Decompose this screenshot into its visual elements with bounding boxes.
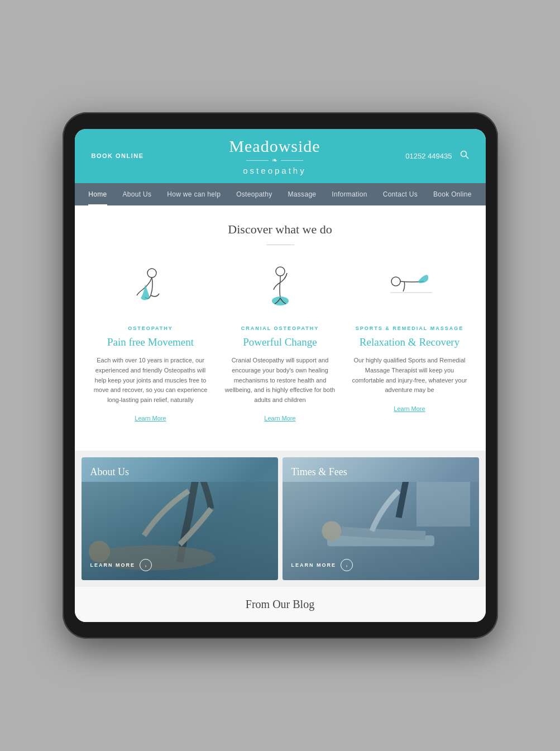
service-card-osteopathy: OSTEOPATHY Pain free Movement Each with … <box>92 262 210 423</box>
cranial-illustration <box>221 262 339 318</box>
logo-line-right <box>281 160 303 161</box>
svg-point-5 <box>272 296 289 305</box>
promo-times-arrow: › <box>341 559 353 571</box>
learn-more-osteopathy[interactable]: Learn More <box>135 415 166 422</box>
osteopathy-illustration <box>92 262 210 318</box>
promo-card-times[interactable]: Times & Fees LEARN MORE › <box>283 457 479 580</box>
discover-section: Discover what we do <box>75 205 486 451</box>
promo-about-learn-more: LEARN MORE <box>90 562 136 568</box>
nav-item-book[interactable]: Book Online <box>425 183 480 205</box>
promo-section: About Us LEARN MORE › <box>75 451 486 587</box>
services-grid: OSTEOPATHY Pain free Movement Each with … <box>92 262 469 423</box>
promo-about-content: About Us LEARN MORE › <box>82 457 278 580</box>
blog-section: From Our Blog <box>75 587 486 622</box>
nav-item-information[interactable]: Information <box>324 183 375 205</box>
promo-card-about[interactable]: About Us LEARN MORE › <box>82 457 278 580</box>
discover-title: Discover what we do <box>92 222 469 237</box>
service-card-cranial: CRANIAL OSTEOPATHY Powerful Change Crani… <box>221 262 339 423</box>
svg-point-6 <box>391 277 400 286</box>
service-category-1: CRANIAL OSTEOPATHY <box>221 326 339 331</box>
svg-point-0 <box>461 151 466 157</box>
learn-more-sports[interactable]: Learn More <box>394 405 425 412</box>
logo: Meadowside ❧ osteopathy <box>144 137 406 175</box>
blog-title: From Our Blog <box>86 598 475 611</box>
service-category-2: SPORTS & REMEDIAL MASSAGE <box>351 326 469 331</box>
nav-item-contact[interactable]: Contact Us <box>375 183 425 205</box>
logo-subtitle: osteopathy <box>144 166 406 175</box>
search-icon[interactable] <box>460 150 469 161</box>
nav-item-about[interactable]: About Us <box>115 183 160 205</box>
service-card-sports: SPORTS & REMEDIAL MASSAGE Relaxation & R… <box>351 262 469 413</box>
tablet-screen: BOOK ONLINE Meadowside ❧ osteopathy 0125… <box>75 129 486 623</box>
logo-name: Meadowside <box>144 137 406 155</box>
nav-item-osteopathy[interactable]: Osteopathy <box>228 183 280 205</box>
svg-point-2 <box>147 269 156 278</box>
phone-number: 01252 449435 <box>405 152 452 160</box>
nav-item-home[interactable]: Home <box>80 183 114 205</box>
promo-about-footer: LEARN MORE › <box>90 559 269 571</box>
service-desc-0: Each with over 10 years in practice, our… <box>92 356 210 405</box>
promo-times-content: Times & Fees LEARN MORE › <box>283 457 479 580</box>
service-desc-1: Cranial Osteopathy will support and enco… <box>221 356 339 405</box>
service-title-0: Pain free Movement <box>92 336 210 350</box>
promo-about-arrow: › <box>140 559 152 571</box>
site-header: BOOK ONLINE Meadowside ❧ osteopathy 0125… <box>75 129 486 183</box>
nav-item-massage[interactable]: Massage <box>280 183 324 205</box>
service-category-0: OSTEOPATHY <box>92 326 210 331</box>
nav-item-how[interactable]: How we can help <box>159 183 228 205</box>
learn-more-cranial[interactable]: Learn More <box>264 415 295 422</box>
promo-times-footer: LEARN MORE › <box>291 559 470 571</box>
logo-line-left <box>246 160 269 161</box>
service-title-1: Powerful Change <box>221 336 339 350</box>
promo-times-learn-more: LEARN MORE <box>291 562 337 568</box>
promo-about-title: About Us <box>90 466 269 478</box>
discover-divider <box>266 245 294 245</box>
svg-line-1 <box>466 156 468 159</box>
logo-divider: ❧ <box>144 156 406 165</box>
service-desc-2: Our highly qualified Sports and Remedial… <box>351 356 469 395</box>
main-nav: Home About Us How we can help Osteopathy… <box>75 183 486 205</box>
svg-point-3 <box>276 267 285 276</box>
book-online-button[interactable]: BOOK ONLINE <box>92 152 144 159</box>
tablet-frame: BOOK ONLINE Meadowside ❧ osteopathy 0125… <box>63 112 498 639</box>
logo-bird-icon: ❧ <box>272 156 277 165</box>
service-title-2: Relaxation & Recovery <box>351 336 469 350</box>
header-right: 01252 449435 <box>405 150 468 161</box>
sports-illustration <box>351 262 469 318</box>
promo-times-title: Times & Fees <box>291 466 470 478</box>
